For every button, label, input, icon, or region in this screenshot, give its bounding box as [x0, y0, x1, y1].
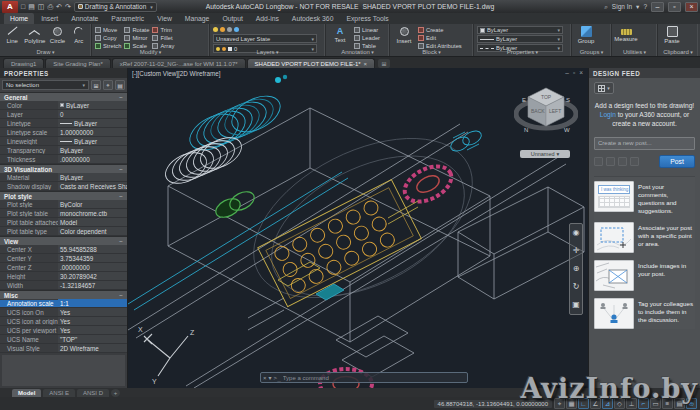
panel-modify-label[interactable]: Modify	[92, 48, 209, 56]
file-tab-xref[interactable]: xRef 2007-11-02_NG-...ase for WM 11.1.07…	[112, 58, 246, 68]
prop-row[interactable]: Plot table typeColor dependent	[0, 227, 127, 236]
collapse-icon[interactable]: −	[119, 94, 123, 101]
circle-button[interactable]: Circle	[48, 26, 66, 44]
collapse-icon[interactable]: −	[119, 166, 123, 173]
workspace-switcher[interactable]: Drafting & Annotation	[74, 2, 157, 12]
layout-tab-ansi-e[interactable]: ANSI E	[43, 389, 75, 397]
tab-autodesk360[interactable]: Autodesk 360	[286, 13, 340, 24]
text-button[interactable]: AText	[329, 26, 351, 43]
file-tab-drawing1[interactable]: Drawing1	[3, 58, 44, 68]
create-block-button[interactable]: Create	[418, 26, 462, 33]
collapse-icon[interactable]: −	[119, 238, 123, 245]
edit-block-button[interactable]: Edit	[418, 34, 462, 41]
a360-dropdown-icon[interactable]: ▾	[636, 3, 639, 11]
minimize-button[interactable]: –	[651, 2, 664, 12]
arc-button[interactable]: Arc	[70, 26, 88, 44]
measure-button[interactable]: Measure	[615, 26, 637, 42]
layout-tab-ansi-d[interactable]: ANSI D	[77, 389, 109, 397]
open-file-icon[interactable]: ▤	[28, 3, 35, 11]
rotate-button[interactable]: Rotate	[124, 26, 149, 33]
layer-properties-icon[interactable]	[234, 27, 239, 32]
tab-home[interactable]: Home	[4, 13, 34, 24]
layer-lock-icon[interactable]	[227, 27, 232, 32]
tag-person-icon[interactable]	[630, 157, 639, 166]
prop-row[interactable]: Plot styleByColor	[0, 200, 127, 209]
new-file-icon[interactable]: □	[21, 3, 25, 11]
file-tab-site-grading[interactable]: Site Grading Plan*	[45, 58, 110, 68]
compass-south[interactable]: S	[566, 97, 570, 103]
prop-row[interactable]: Plot table attached toModel	[0, 218, 127, 227]
zoom-icon[interactable]: ⊕	[573, 265, 580, 273]
collapse-icon[interactable]: −	[119, 292, 123, 299]
section-general[interactable]: General−	[0, 92, 127, 101]
prop-row[interactable]: LinetypeByLayer	[0, 119, 127, 128]
prop-row[interactable]: LineweightByLayer	[0, 137, 127, 146]
compass-east[interactable]: E	[522, 97, 526, 103]
move-button[interactable]: Move	[95, 26, 121, 33]
help-icon[interactable]: ?	[643, 3, 647, 10]
customize-command-icon[interactable]: ▾	[269, 374, 272, 381]
undo-icon[interactable]: ↶	[56, 3, 62, 11]
viewport-controls[interactable]: [-][Custom View][2D Wireframe]	[132, 70, 220, 77]
prop-row[interactable]: Linetype scale1.00000000	[0, 128, 127, 137]
layer-on-icon[interactable]	[213, 27, 218, 32]
tab-view[interactable]: View	[151, 13, 178, 24]
search-icon[interactable]: ⌕	[604, 3, 608, 11]
app-menu-button[interactable]: A	[2, 1, 18, 13]
line-button[interactable]: Line	[3, 26, 21, 44]
prop-row[interactable]: UCS icon OnYes	[0, 308, 127, 317]
panel-layers-label[interactable]: Layers	[210, 48, 325, 56]
panel-annotation-label[interactable]: Annotation	[326, 48, 389, 56]
new-drawing-tab-button[interactable]: ⊞	[378, 59, 390, 68]
linear-dimension-button[interactable]: Linear	[354, 26, 380, 33]
prop-row[interactable]: Layer0	[0, 110, 127, 119]
copy-button[interactable]: Copy	[95, 34, 121, 41]
tab-parametric[interactable]: Parametric	[105, 13, 150, 24]
prop-row[interactable]: MaterialByLayer	[0, 173, 127, 182]
feed-settings-button[interactable]	[594, 82, 614, 94]
prop-row[interactable]: Plot style tablemonochrome.ctb	[0, 209, 127, 218]
tab-output[interactable]: Output	[216, 13, 248, 24]
group-button[interactable]: Group	[575, 26, 597, 44]
tab-addins[interactable]: Add-ins	[250, 13, 285, 24]
redo-icon[interactable]: ↷	[65, 3, 71, 11]
insert-button[interactable]: Insert	[393, 26, 415, 44]
pickadd-toggle-icon[interactable]: ⊞	[91, 80, 101, 90]
paste-button[interactable]: Paste	[661, 26, 683, 44]
command-input[interactable]	[283, 375, 465, 381]
object-color-dropdown[interactable]: ByLayer	[477, 26, 563, 34]
panel-clipboard-label[interactable]: Clipboard	[658, 48, 698, 56]
viewcube-left-face[interactable]: BACK	[531, 108, 545, 114]
attach-image-icon[interactable]	[594, 157, 603, 166]
compass-north[interactable]: N	[524, 127, 528, 133]
panel-draw-label[interactable]: Draw	[0, 48, 91, 56]
attach-area-icon[interactable]	[606, 157, 615, 166]
file-tab-shaded-vport[interactable]: SHADED VPORT PLOT DEMO FILE-1*×	[247, 58, 376, 68]
section-misc[interactable]: Misc−	[0, 290, 127, 299]
panel-utilities-label[interactable]: Utilities	[612, 48, 657, 56]
orbit-icon[interactable]: ↻	[573, 283, 580, 291]
fillet-button[interactable]: Fillet	[152, 34, 174, 41]
leader-button[interactable]: Leader	[354, 34, 380, 41]
prop-row[interactable]: Center Y3.75344359	[0, 254, 127, 263]
polyline-button[interactable]: Polyline	[24, 26, 45, 44]
prop-row[interactable]: ColorByLayer	[0, 101, 127, 110]
attach-point-icon[interactable]	[618, 157, 627, 166]
mirror-button[interactable]: Mirror	[124, 34, 149, 41]
prop-row[interactable]: TransparencyByLayer	[0, 146, 127, 155]
prop-row[interactable]: Center Z.00000000	[0, 263, 127, 272]
named-view-dropdown[interactable]: Unnamed▾	[520, 150, 570, 158]
select-objects-icon[interactable]: ⌖	[103, 80, 113, 90]
model-space-canvas[interactable]: Z X Y [-][Custom View][2D Wireframe] – ▫…	[128, 68, 588, 388]
prop-row[interactable]: Shadow displayCasts and Receives Shado..…	[0, 182, 127, 191]
new-post-input[interactable]	[598, 140, 691, 146]
section-3d-visualization[interactable]: 3D Visualization−	[0, 164, 127, 173]
prop-row[interactable]: UCS Name"TOP"	[0, 335, 127, 344]
close-drawing-icon[interactable]: ×	[579, 69, 583, 76]
save-icon[interactable]: ◫	[38, 3, 45, 11]
command-line[interactable]: × ▾ >_	[260, 372, 468, 383]
panel-block-label[interactable]: Block	[390, 48, 473, 56]
panel-properties-label[interactable]: Properties	[474, 48, 571, 56]
lineweight-dropdown[interactable]: ByLayer	[477, 35, 563, 43]
minimize-drawing-icon[interactable]: –	[565, 69, 569, 76]
